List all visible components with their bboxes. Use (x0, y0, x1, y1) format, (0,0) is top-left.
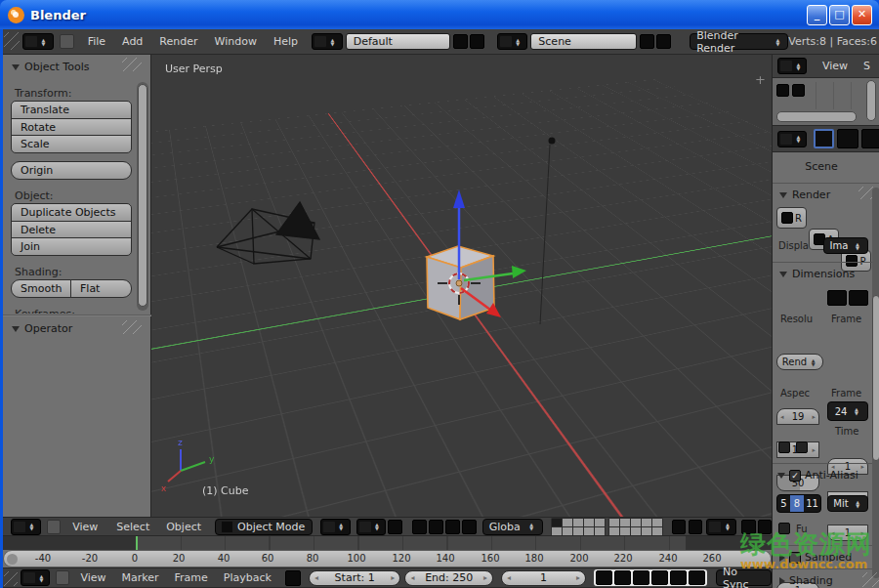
preset-remove-button[interactable] (849, 290, 868, 306)
frame-step-field[interactable]: 1 (827, 525, 868, 541)
play-icon[interactable] (651, 570, 668, 585)
lock-to-scene-icon[interactable] (672, 520, 686, 534)
tab-scene[interactable] (837, 129, 858, 148)
menu-marker[interactable]: Marker (122, 571, 159, 584)
preset-add-button[interactable] (827, 290, 847, 306)
aa-samples-11[interactable]: 11 (804, 495, 820, 512)
editor-type-menu[interactable] (777, 131, 807, 147)
editor-type-menu[interactable] (11, 519, 41, 535)
menu-file[interactable]: File (88, 35, 105, 48)
flat-button[interactable]: Flat (70, 279, 132, 298)
region-resize-grip[interactable] (4, 571, 18, 586)
shading-panel-header[interactable]: Shading (779, 574, 833, 587)
header-collapse-icon[interactable] (47, 520, 61, 534)
menu-select[interactable]: Select (116, 521, 149, 533)
antialiasing-checkbox[interactable]: ✓ (789, 470, 801, 482)
current-frame-marker[interactable] (136, 536, 138, 550)
timeline-ruler[interactable]: -40 -20 0 20 40 60 80 100 120 140 160 18… (3, 550, 772, 567)
pivot-point-select[interactable] (356, 519, 387, 535)
full-sample-checkbox[interactable] (778, 523, 790, 534)
current-frame-field[interactable]: 1 (501, 570, 586, 586)
translate-manipulator-icon[interactable] (429, 520, 443, 534)
object-tools-panel-header[interactable]: Object Tools (12, 61, 89, 73)
add-layout-button[interactable] (453, 34, 468, 49)
join-button[interactable]: Join (11, 237, 132, 256)
menu-view[interactable]: View (80, 571, 105, 584)
menu-add[interactable]: Add (122, 35, 143, 48)
use-preview-range-icon[interactable] (285, 570, 301, 586)
screen-layout-browse[interactable] (312, 33, 343, 50)
menu-render[interactable]: Render (159, 35, 197, 48)
resolution-x-field[interactable]: 19 (776, 408, 819, 425)
close-button[interactable]: ✕ (852, 5, 872, 25)
delete-layout-button[interactable] (470, 34, 484, 49)
crop-checkbox[interactable] (796, 441, 808, 453)
panel-drag-grip[interactable] (122, 58, 142, 71)
layers-grid-1[interactable] (551, 518, 606, 536)
sync-select[interactable]: No Sync (716, 569, 772, 586)
editor-type-menu[interactable] (777, 58, 807, 74)
corner-resize-grip[interactable] (862, 572, 879, 587)
menu-help[interactable]: Help (273, 35, 298, 48)
mode-select[interactable]: Object Mode (215, 519, 313, 535)
render-engine-select[interactable]: Blender Render (690, 33, 788, 50)
rotate-manipulator-icon[interactable] (445, 520, 460, 534)
smooth-button[interactable]: Smooth (11, 279, 71, 298)
aa-samples-8-selected[interactable]: 8 (790, 495, 804, 512)
operator-panel-header[interactable]: Operator (12, 322, 72, 335)
properties-scrollbar[interactable] (872, 188, 879, 578)
header-collapse-icon[interactable] (56, 570, 69, 585)
region-divider[interactable] (3, 315, 151, 316)
viewport-3d[interactable]: z y x User Persp (1) Cube + (151, 55, 772, 517)
toolshelf-scrollbar[interactable] (137, 82, 148, 311)
minimize-button[interactable]: _ (807, 5, 827, 25)
jump-end-icon[interactable] (689, 570, 705, 585)
fps-select[interactable]: 24 (827, 401, 868, 421)
titlebar[interactable]: Blender _ □ ✕ (0, 0, 879, 29)
border-checkbox[interactable] (778, 441, 790, 453)
play-reverse-icon[interactable] (633, 570, 649, 585)
translate-button[interactable]: Translate (11, 101, 132, 119)
antialiasing-panel-header[interactable]: ✓ Anti-Aliasi (777, 469, 858, 482)
outliner-vscrollbar[interactable] (866, 80, 876, 121)
render-presets-select[interactable]: Rend (776, 354, 823, 370)
aa-samples-5[interactable]: 5 (777, 495, 790, 512)
menu-search[interactable]: S (863, 60, 870, 72)
scrollbar-knob[interactable] (138, 84, 147, 307)
scale-manipulator-icon[interactable] (462, 520, 477, 534)
editor-type-menu[interactable] (21, 569, 50, 586)
frame-start-field[interactable]: Start: 1 (309, 570, 400, 586)
render-opengl-anim-icon[interactable] (758, 520, 772, 534)
display-select[interactable]: Ima (823, 237, 868, 254)
scale-button[interactable]: Scale (11, 135, 132, 153)
render-still-button[interactable]: R (776, 207, 807, 229)
menu-window[interactable]: Window (215, 35, 257, 48)
dimensions-panel-header[interactable]: Dimensions (779, 268, 855, 280)
playback-controls[interactable] (594, 569, 707, 586)
viewport-shading-select[interactable] (320, 519, 351, 535)
scrollbar-knob[interactable] (872, 295, 879, 461)
orientation-select[interactable]: Globa (482, 519, 543, 535)
duplicate-objects-button[interactable]: Duplicate Objects (11, 203, 132, 222)
outliner-hscrollbar[interactable] (776, 111, 857, 122)
camera-object[interactable] (217, 202, 319, 264)
region-resize-grip[interactable] (4, 32, 20, 50)
manipulator-buttons[interactable] (412, 520, 477, 534)
region-plus-icon[interactable]: + (755, 72, 766, 87)
editor-type-menu[interactable] (22, 33, 54, 50)
aa-filter-select[interactable]: Mit (827, 495, 868, 512)
timeline-track[interactable] (3, 536, 772, 550)
header-collapse-icon[interactable] (60, 34, 74, 49)
menu-playback[interactable]: Playback (224, 571, 272, 584)
origin-button[interactable]: Origin (11, 161, 132, 180)
layers-grid-2[interactable] (608, 518, 663, 536)
manipulator-toggle-icon[interactable] (412, 520, 427, 534)
menu-view[interactable]: View (72, 521, 98, 533)
menu-frame[interactable]: Frame (175, 571, 208, 584)
outliner-item-icon[interactable] (776, 84, 789, 97)
menu-view[interactable]: View (822, 60, 848, 72)
prev-keyframe-icon[interactable] (614, 570, 631, 585)
maximize-button[interactable]: □ (829, 5, 850, 25)
next-keyframe-icon[interactable] (670, 570, 687, 585)
scene-name[interactable]: Scene (530, 33, 637, 50)
